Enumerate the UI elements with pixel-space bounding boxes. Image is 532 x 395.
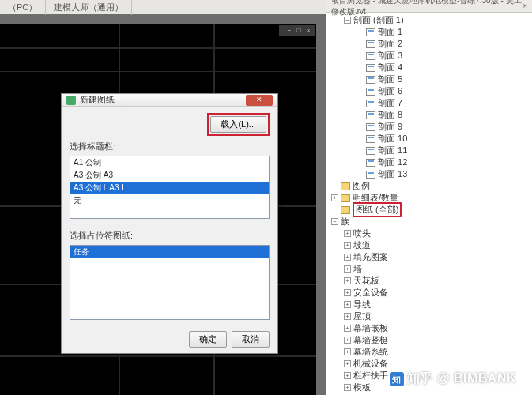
watermark: 知知乎 @ BIMBANK (390, 371, 516, 387)
tree-node-section[interactable]: 剖面 9 (331, 121, 532, 133)
sheet-icon (366, 40, 375, 48)
sheet-icon (366, 64, 375, 72)
folder-icon (341, 194, 350, 202)
dialog-titlebar[interactable]: 新建图纸 ✕ (62, 94, 277, 107)
placeholder-listbox[interactable]: 任务 (70, 245, 270, 320)
placeholder-label: 选择占位符图纸: (70, 230, 270, 242)
expand-icon[interactable]: + (344, 289, 351, 296)
load-button-highlight: 载入(L)... (207, 113, 270, 136)
sheet-icon (366, 88, 375, 96)
tree-node-family[interactable]: +填充图案 (331, 251, 532, 263)
expand-icon[interactable]: + (344, 348, 351, 356)
cancel-button[interactable]: 取消 (232, 331, 270, 348)
tree-node-section[interactable]: 剖面 2 (331, 38, 532, 50)
tree-node-family[interactable]: +幕墙嵌板 (331, 322, 532, 334)
sheet-icon (366, 111, 375, 119)
tree-node-family[interactable]: +坡道 (331, 239, 532, 251)
tree-node-family[interactable]: +天花板 (331, 275, 532, 287)
view-minimize-icon[interactable]: − (285, 28, 293, 34)
tree-node-family[interactable]: +机械设备 (331, 358, 532, 370)
sheet-icon (366, 100, 375, 107)
view-close-icon[interactable]: × (304, 28, 312, 34)
tree-node-section[interactable]: 剖面 12 (331, 156, 532, 168)
project-browser-panel: 项目浏览器 - 城建大厦地库机电模型-管综7.30版 - 吴工修改版.rvt ×… (326, 0, 532, 395)
expand-icon[interactable]: + (331, 194, 338, 201)
view-maximize-icon[interactable]: □ (295, 28, 303, 34)
dialog-title-text: 新建图纸 (80, 94, 115, 106)
panel-close-icon[interactable]: × (523, 2, 527, 10)
tree-node-section[interactable]: 剖面 6 (331, 85, 532, 97)
expand-icon[interactable]: + (344, 254, 351, 261)
expand-icon[interactable]: + (344, 230, 351, 237)
folder-icon (341, 182, 350, 190)
sheet-icon (366, 171, 375, 179)
tree-node-section[interactable]: 剖面 4 (331, 62, 532, 73)
expand-icon[interactable]: + (344, 325, 351, 332)
tree-node-family[interactable]: +喷头 (331, 228, 532, 239)
tree-node-family[interactable]: +屋顶 (331, 310, 532, 322)
tree-node-families[interactable]: −族 (331, 216, 532, 228)
sheet-icon (366, 123, 375, 131)
expand-icon[interactable]: + (344, 384, 351, 391)
tree-node-section[interactable]: 剖面 10 (331, 133, 532, 145)
sheet-icon (366, 135, 375, 143)
tree-node-section[interactable]: 剖面 8 (331, 109, 532, 121)
expand-icon[interactable]: + (344, 277, 351, 284)
view-window-controls: − □ × (279, 25, 315, 36)
expand-icon[interactable]: + (344, 301, 351, 308)
list-item[interactable]: 无 (70, 194, 269, 207)
dialog-app-icon (66, 96, 76, 105)
tree-node-section-parent[interactable]: −剖面 (剖面 1) (331, 14, 532, 26)
list-item-selected[interactable]: A3 公制 L A3 L (70, 182, 269, 194)
tree-node-section[interactable]: 剖面 3 (331, 50, 532, 62)
load-button[interactable]: 载入(L)... (210, 116, 266, 133)
expand-icon[interactable]: + (344, 372, 351, 379)
sheets-highlight: 图纸 (全部) (353, 202, 402, 217)
expand-icon[interactable]: + (344, 313, 351, 320)
sheet-icon (366, 52, 375, 60)
tree-node-family[interactable]: +安全设备 (331, 287, 532, 299)
expand-icon[interactable]: + (344, 265, 351, 273)
tree-node-sheets[interactable]: 图纸 (全部) (331, 204, 532, 216)
tree-node-section[interactable]: 剖面 13 (331, 168, 532, 180)
list-item[interactable]: A3 公制 A3 (70, 169, 269, 182)
tree-node-family[interactable]: +幕墙竖梃 (331, 334, 532, 346)
titleblock-listbox[interactable]: A1 公制 A3 公制 A3 A3 公制 L A3 L 无 (70, 156, 270, 219)
ribbon-tab-pc[interactable]: （PC） (0, 0, 46, 15)
list-item[interactable]: A1 公制 (70, 156, 269, 169)
project-tree[interactable]: −剖面 (剖面 1) 剖面 1剖面 2剖面 3剖面 4剖面 5剖面 6剖面 7剖… (326, 13, 532, 395)
ribbon-tab-master[interactable]: 建模大师（通用） (46, 0, 132, 15)
ok-button[interactable]: 确定 (189, 331, 227, 348)
tree-node-family[interactable]: +幕墙系统 (331, 346, 532, 358)
sheet-icon (366, 76, 375, 84)
sheet-icon (366, 159, 375, 167)
tree-node-family[interactable]: +导线 (331, 299, 532, 310)
tree-node-legend[interactable]: 图例 (331, 180, 532, 192)
new-sheet-dialog: 新建图纸 ✕ 载入(L)... 选择标题栏: A1 公制 A3 公制 A3 A3… (61, 93, 278, 354)
sheet-icon (366, 28, 375, 36)
expand-icon[interactable]: + (344, 242, 351, 249)
dialog-close-button[interactable]: ✕ (246, 95, 273, 106)
tree-node-section[interactable]: 剖面 7 (331, 97, 532, 109)
tree-node-family[interactable]: +墙 (331, 263, 532, 275)
sheet-icon (366, 147, 375, 155)
titleblock-label: 选择标题栏: (70, 141, 270, 152)
expand-icon[interactable]: + (344, 337, 351, 344)
expand-icon[interactable]: + (344, 360, 351, 367)
list-item-selected[interactable]: 任务 (70, 246, 269, 258)
folder-icon (341, 206, 350, 214)
collapse-icon[interactable]: − (331, 218, 338, 225)
zhihu-icon: 知 (390, 372, 404, 386)
panel-titlebar[interactable]: 项目浏览器 - 城建大厦地库机电模型-管综7.30版 - 吴工修改版.rvt × (326, 0, 532, 13)
collapse-icon[interactable]: − (344, 17, 351, 24)
tree-node-section[interactable]: 剖面 11 (331, 145, 532, 156)
tree-node-section[interactable]: 剖面 5 (331, 73, 532, 85)
tree-node-section[interactable]: 剖面 1 (331, 26, 532, 38)
